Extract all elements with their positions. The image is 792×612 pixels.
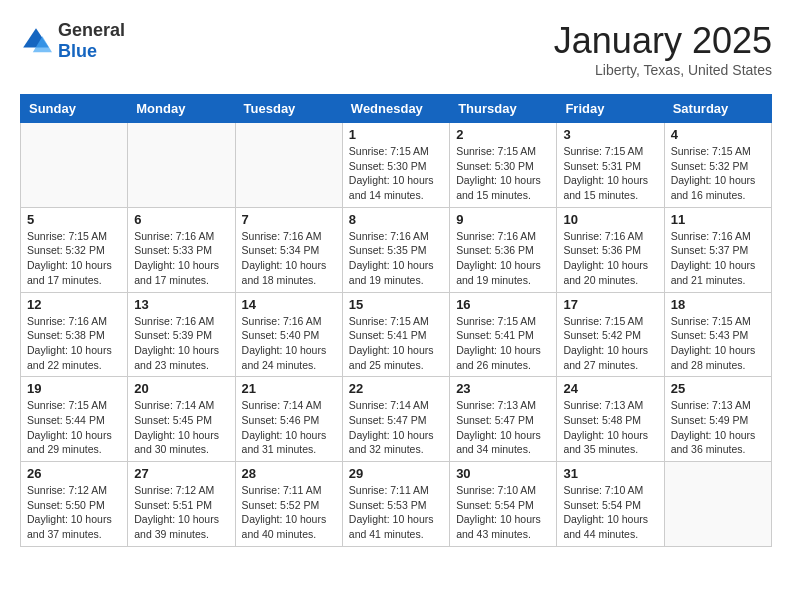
calendar-cell: 5Sunrise: 7:15 AMSunset: 5:32 PMDaylight… [21,207,128,292]
calendar-cell: 27Sunrise: 7:12 AMSunset: 5:51 PMDayligh… [128,462,235,547]
day-number: 9 [456,212,550,227]
day-number: 11 [671,212,765,227]
day-number: 25 [671,381,765,396]
weekday-header-friday: Friday [557,95,664,123]
week-row-4: 19Sunrise: 7:15 AMSunset: 5:44 PMDayligh… [21,377,772,462]
day-info: Sunrise: 7:15 AMSunset: 5:31 PMDaylight:… [563,144,657,203]
calendar-cell [128,123,235,208]
day-number: 31 [563,466,657,481]
day-number: 15 [349,297,443,312]
day-info: Sunrise: 7:16 AMSunset: 5:33 PMDaylight:… [134,229,228,288]
week-row-3: 12Sunrise: 7:16 AMSunset: 5:38 PMDayligh… [21,292,772,377]
day-number: 13 [134,297,228,312]
day-info: Sunrise: 7:16 AMSunset: 5:36 PMDaylight:… [563,229,657,288]
calendar-cell: 26Sunrise: 7:12 AMSunset: 5:50 PMDayligh… [21,462,128,547]
day-info: Sunrise: 7:15 AMSunset: 5:43 PMDaylight:… [671,314,765,373]
calendar-cell: 22Sunrise: 7:14 AMSunset: 5:47 PMDayligh… [342,377,449,462]
weekday-header-tuesday: Tuesday [235,95,342,123]
day-info: Sunrise: 7:15 AMSunset: 5:42 PMDaylight:… [563,314,657,373]
day-info: Sunrise: 7:16 AMSunset: 5:36 PMDaylight:… [456,229,550,288]
month-title: January 2025 [554,20,772,62]
calendar-cell: 17Sunrise: 7:15 AMSunset: 5:42 PMDayligh… [557,292,664,377]
weekday-header-sunday: Sunday [21,95,128,123]
day-info: Sunrise: 7:15 AMSunset: 5:32 PMDaylight:… [27,229,121,288]
day-info: Sunrise: 7:15 AMSunset: 5:41 PMDaylight:… [456,314,550,373]
day-number: 29 [349,466,443,481]
day-number: 12 [27,297,121,312]
calendar-table: SundayMondayTuesdayWednesdayThursdayFrid… [20,94,772,547]
day-number: 28 [242,466,336,481]
calendar-cell: 1Sunrise: 7:15 AMSunset: 5:30 PMDaylight… [342,123,449,208]
day-number: 1 [349,127,443,142]
day-info: Sunrise: 7:15 AMSunset: 5:32 PMDaylight:… [671,144,765,203]
day-number: 20 [134,381,228,396]
day-number: 16 [456,297,550,312]
day-info: Sunrise: 7:16 AMSunset: 5:35 PMDaylight:… [349,229,443,288]
day-number: 17 [563,297,657,312]
week-row-1: 1Sunrise: 7:15 AMSunset: 5:30 PMDaylight… [21,123,772,208]
weekday-header-monday: Monday [128,95,235,123]
calendar-cell: 19Sunrise: 7:15 AMSunset: 5:44 PMDayligh… [21,377,128,462]
day-info: Sunrise: 7:10 AMSunset: 5:54 PMDaylight:… [563,483,657,542]
logo-icon [20,25,52,57]
calendar-cell: 23Sunrise: 7:13 AMSunset: 5:47 PMDayligh… [450,377,557,462]
day-number: 10 [563,212,657,227]
day-info: Sunrise: 7:16 AMSunset: 5:39 PMDaylight:… [134,314,228,373]
logo-general: General [58,20,125,40]
calendar-cell: 15Sunrise: 7:15 AMSunset: 5:41 PMDayligh… [342,292,449,377]
day-number: 24 [563,381,657,396]
day-number: 7 [242,212,336,227]
calendar-cell: 3Sunrise: 7:15 AMSunset: 5:31 PMDaylight… [557,123,664,208]
week-row-2: 5Sunrise: 7:15 AMSunset: 5:32 PMDaylight… [21,207,772,292]
weekday-header-thursday: Thursday [450,95,557,123]
day-number: 5 [27,212,121,227]
weekday-header-wednesday: Wednesday [342,95,449,123]
day-info: Sunrise: 7:12 AMSunset: 5:51 PMDaylight:… [134,483,228,542]
day-number: 22 [349,381,443,396]
day-info: Sunrise: 7:11 AMSunset: 5:53 PMDaylight:… [349,483,443,542]
day-number: 21 [242,381,336,396]
day-info: Sunrise: 7:14 AMSunset: 5:46 PMDaylight:… [242,398,336,457]
logo-blue: Blue [58,41,97,61]
day-info: Sunrise: 7:12 AMSunset: 5:50 PMDaylight:… [27,483,121,542]
calendar-cell [664,462,771,547]
day-info: Sunrise: 7:13 AMSunset: 5:49 PMDaylight:… [671,398,765,457]
logo-text: General Blue [58,20,125,62]
title-block: January 2025 Liberty, Texas, United Stat… [554,20,772,78]
day-number: 3 [563,127,657,142]
location: Liberty, Texas, United States [554,62,772,78]
day-info: Sunrise: 7:15 AMSunset: 5:30 PMDaylight:… [349,144,443,203]
day-info: Sunrise: 7:15 AMSunset: 5:44 PMDaylight:… [27,398,121,457]
day-number: 27 [134,466,228,481]
day-number: 26 [27,466,121,481]
calendar-cell: 6Sunrise: 7:16 AMSunset: 5:33 PMDaylight… [128,207,235,292]
week-row-5: 26Sunrise: 7:12 AMSunset: 5:50 PMDayligh… [21,462,772,547]
calendar-cell: 30Sunrise: 7:10 AMSunset: 5:54 PMDayligh… [450,462,557,547]
day-info: Sunrise: 7:11 AMSunset: 5:52 PMDaylight:… [242,483,336,542]
day-info: Sunrise: 7:14 AMSunset: 5:45 PMDaylight:… [134,398,228,457]
day-info: Sunrise: 7:13 AMSunset: 5:47 PMDaylight:… [456,398,550,457]
day-info: Sunrise: 7:16 AMSunset: 5:38 PMDaylight:… [27,314,121,373]
page-header: General Blue January 2025 Liberty, Texas… [20,20,772,78]
calendar-cell: 14Sunrise: 7:16 AMSunset: 5:40 PMDayligh… [235,292,342,377]
day-number: 6 [134,212,228,227]
day-info: Sunrise: 7:16 AMSunset: 5:34 PMDaylight:… [242,229,336,288]
calendar-cell: 16Sunrise: 7:15 AMSunset: 5:41 PMDayligh… [450,292,557,377]
calendar-cell: 21Sunrise: 7:14 AMSunset: 5:46 PMDayligh… [235,377,342,462]
logo: General Blue [20,20,125,62]
day-info: Sunrise: 7:16 AMSunset: 5:40 PMDaylight:… [242,314,336,373]
day-info: Sunrise: 7:15 AMSunset: 5:41 PMDaylight:… [349,314,443,373]
day-number: 2 [456,127,550,142]
calendar-cell: 29Sunrise: 7:11 AMSunset: 5:53 PMDayligh… [342,462,449,547]
weekday-header-row: SundayMondayTuesdayWednesdayThursdayFrid… [21,95,772,123]
calendar-cell: 28Sunrise: 7:11 AMSunset: 5:52 PMDayligh… [235,462,342,547]
calendar-cell [235,123,342,208]
calendar-cell: 12Sunrise: 7:16 AMSunset: 5:38 PMDayligh… [21,292,128,377]
calendar-cell: 18Sunrise: 7:15 AMSunset: 5:43 PMDayligh… [664,292,771,377]
calendar-cell: 25Sunrise: 7:13 AMSunset: 5:49 PMDayligh… [664,377,771,462]
weekday-header-saturday: Saturday [664,95,771,123]
day-number: 18 [671,297,765,312]
calendar-cell: 13Sunrise: 7:16 AMSunset: 5:39 PMDayligh… [128,292,235,377]
calendar-cell: 2Sunrise: 7:15 AMSunset: 5:30 PMDaylight… [450,123,557,208]
day-number: 14 [242,297,336,312]
